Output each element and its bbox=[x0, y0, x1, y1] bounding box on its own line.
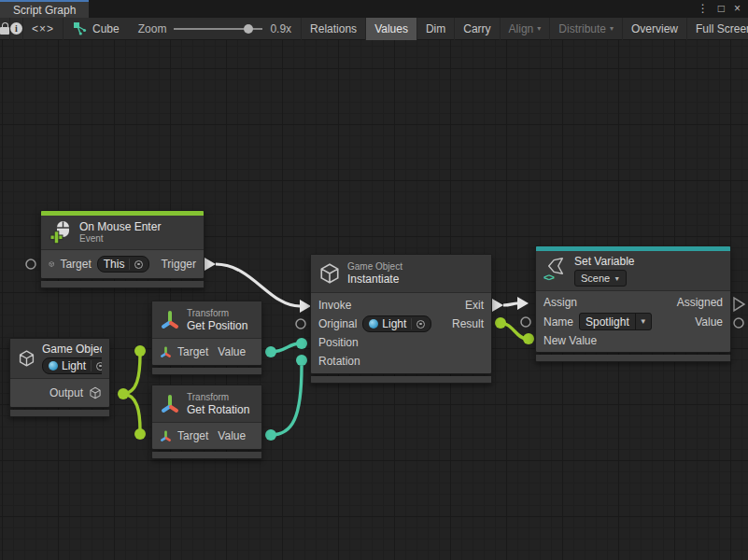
lock-icon bbox=[0, 27, 9, 35]
distribute-dropdown-icon: ▾ bbox=[610, 24, 614, 33]
breadcrumb[interactable]: Cube bbox=[64, 21, 129, 35]
transform-icon bbox=[160, 394, 180, 414]
scope-value: Scene bbox=[581, 273, 610, 284]
node-get-rotation[interactable]: Transform Get Rotation Target Value bbox=[151, 385, 262, 459]
values-label: Values bbox=[374, 22, 408, 35]
target-label: Target bbox=[177, 345, 208, 358]
graph-toolbar: i <×> Cube Zoom 0.9x Relations Values Di… bbox=[0, 18, 748, 40]
close-icon[interactable]: × bbox=[734, 0, 741, 18]
variable-name-dropdown[interactable]: Spotlight ▼ bbox=[579, 313, 652, 330]
assign-label: Assign bbox=[543, 296, 577, 309]
object-picker-icon[interactable] bbox=[134, 260, 143, 269]
node-set-variable[interactable]: <> Set Variable Scene ▼ Assign Assigned bbox=[535, 245, 731, 362]
setvariable-newvalue-port[interactable] bbox=[523, 333, 534, 344]
light-value: Light bbox=[62, 359, 86, 372]
getposition-target-port[interactable] bbox=[134, 345, 146, 357]
tab-script-graph[interactable]: Script Graph bbox=[0, 0, 89, 18]
window-menu-icon[interactable]: ⋮ bbox=[698, 0, 709, 18]
wire-light-to-getrotation[interactable] bbox=[123, 394, 140, 430]
wire-rotation-value[interactable] bbox=[271, 366, 302, 435]
wire-light-to-getposition[interactable] bbox=[123, 355, 140, 394]
node-category: Transform bbox=[187, 392, 249, 403]
instantiate-original-port[interactable] bbox=[296, 319, 305, 329]
graph-canvas[interactable]: On Mouse Enter Event Target This Trigger bbox=[0, 40, 748, 560]
node-on-mouse-enter[interactable]: On Mouse Enter Event Target This Trigger bbox=[40, 210, 205, 288]
object-picker-icon[interactable] bbox=[96, 362, 102, 371]
carry-button[interactable]: Carry bbox=[455, 18, 500, 40]
exit-output-port[interactable] bbox=[492, 299, 503, 312]
align-dropdown-icon: ▾ bbox=[537, 24, 541, 33]
wire-position-value[interactable] bbox=[271, 343, 300, 352]
target-value-chip[interactable]: This bbox=[97, 256, 150, 273]
mouse-enter-icon bbox=[49, 220, 73, 245]
wire-result-to-newvalue[interactable] bbox=[501, 323, 527, 339]
zoom-value: 0.9x bbox=[270, 22, 291, 35]
trigger-output-port[interactable] bbox=[205, 258, 216, 271]
instantiate-result-port[interactable] bbox=[495, 317, 506, 329]
exit-label: Exit bbox=[465, 299, 484, 312]
setvariable-name-port[interactable] bbox=[521, 317, 530, 327]
onmouseenter-target-port[interactable] bbox=[26, 259, 35, 269]
zoom-slider[interactable] bbox=[174, 24, 262, 34]
info-icon: i bbox=[10, 22, 22, 35]
window-controls: ⋮ □ × bbox=[698, 0, 748, 18]
value-label: Value bbox=[695, 315, 723, 329]
maximize-icon[interactable]: □ bbox=[718, 0, 725, 18]
wire-exit-to-assign[interactable] bbox=[503, 303, 517, 305]
breadcrumb-label: Cube bbox=[92, 22, 120, 35]
getrotation-target-port[interactable] bbox=[134, 428, 146, 440]
inspect-button[interactable]: i bbox=[10, 18, 23, 40]
assigned-label: Assigned bbox=[677, 296, 723, 309]
code-icon: <×> bbox=[32, 22, 54, 35]
dim-label: Dim bbox=[426, 22, 445, 35]
chevron-down-icon: ▼ bbox=[614, 275, 620, 282]
relations-button[interactable]: Relations bbox=[301, 18, 366, 40]
instantiate-position-port[interactable] bbox=[296, 338, 307, 349]
values-button[interactable]: Values bbox=[366, 18, 417, 40]
fullscreen-button[interactable]: Full Screen bbox=[687, 18, 748, 40]
setvariable-assigned-port[interactable] bbox=[734, 298, 744, 311]
light-output-port[interactable] bbox=[118, 388, 129, 399]
getposition-value-port[interactable] bbox=[265, 346, 276, 357]
zoom-label: Zoom bbox=[138, 22, 167, 35]
light-icon bbox=[49, 361, 58, 371]
value-label: Value bbox=[218, 429, 246, 442]
node-instantiate[interactable]: Game Object Instantiate Invoke Exit Orig… bbox=[310, 254, 492, 384]
transform-icon bbox=[160, 346, 172, 358]
getrotation-value-port[interactable] bbox=[265, 429, 276, 441]
lock-button[interactable] bbox=[0, 18, 10, 40]
original-value: Light bbox=[382, 317, 406, 330]
node-title: Set Variable bbox=[574, 255, 634, 268]
target-label: Target bbox=[60, 258, 91, 271]
node-category: Transform bbox=[187, 308, 247, 319]
output-label: Output bbox=[49, 386, 83, 399]
edit-graph-button[interactable]: <×> bbox=[23, 18, 64, 40]
rotation-label: Rotation bbox=[318, 355, 360, 368]
relations-label: Relations bbox=[310, 22, 357, 35]
light-value-chip[interactable]: Light bbox=[42, 357, 102, 374]
align-label: Align bbox=[509, 22, 534, 35]
set-variable-icon: <> bbox=[543, 257, 568, 285]
trigger-label: Trigger bbox=[155, 258, 196, 271]
distribute-button[interactable]: Distribute ▾ bbox=[550, 18, 623, 40]
instantiate-rotation-port[interactable] bbox=[296, 355, 307, 366]
transform-icon bbox=[160, 310, 180, 330]
dim-button[interactable]: Dim bbox=[417, 18, 455, 40]
overview-button[interactable]: Overview bbox=[623, 18, 687, 40]
node-category: Game Object bbox=[347, 261, 402, 273]
original-value-chip[interactable]: Light bbox=[362, 315, 431, 332]
distribute-label: Distribute bbox=[558, 22, 606, 35]
script-graph-window: Script Graph ⋮ □ × i <×> Cube Zoom bbox=[0, 0, 748, 560]
assign-input-port[interactable] bbox=[517, 297, 529, 310]
object-picker-icon[interactable] bbox=[416, 320, 425, 329]
setvariable-value-port[interactable] bbox=[734, 318, 743, 328]
value-label: Value bbox=[218, 345, 246, 358]
align-button[interactable]: Align ▾ bbox=[501, 18, 551, 40]
node-get-position[interactable]: Transform Get Position Target Value bbox=[151, 301, 262, 375]
cube-icon bbox=[89, 386, 102, 399]
variable-scope-dropdown[interactable]: Scene ▼ bbox=[574, 270, 627, 287]
new-value-label: New Value bbox=[543, 334, 597, 347]
node-game-object-light[interactable]: Game Object Light Output bbox=[9, 338, 110, 417]
result-label: Result bbox=[452, 317, 484, 330]
zoom-slider-handle[interactable] bbox=[244, 24, 253, 34]
